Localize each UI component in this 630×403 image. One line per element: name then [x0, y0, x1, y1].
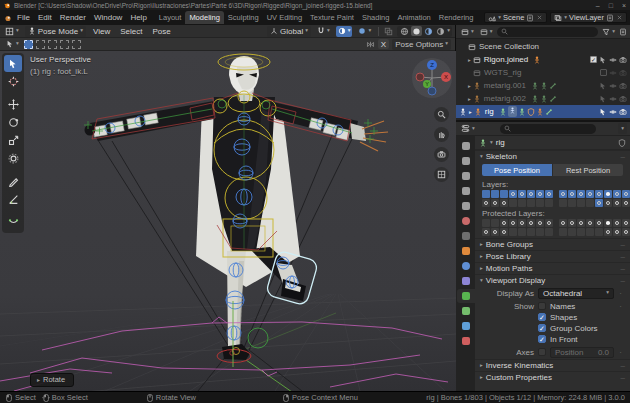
protected-layer-toggle[interactable]: [518, 228, 526, 236]
selectable-icon[interactable]: [599, 95, 607, 103]
perspective-toggle-button[interactable]: [434, 167, 449, 182]
keyframe-decorator[interactable]: ·: [618, 302, 623, 311]
select-box-tool-button[interactable]: [4, 55, 22, 72]
protected-layer-toggle[interactable]: [491, 219, 499, 227]
outliner-display-mode-dropdown[interactable]: ▾: [459, 26, 476, 37]
disclosure-triangle-icon[interactable]: ▸: [468, 96, 471, 102]
shading-rendered-button[interactable]: [435, 26, 446, 36]
properties-tab[interactable]: [457, 229, 475, 243]
protected-layer-toggle[interactable]: [536, 219, 544, 227]
disclosure-triangle-icon[interactable]: ▸: [468, 83, 471, 89]
axis-z-negative[interactable]: [428, 87, 436, 95]
protected-layer-toggle[interactable]: [500, 219, 508, 227]
selectable-icon[interactable]: [599, 82, 607, 90]
panel-header-motion-paths[interactable]: ▸ Motion Paths –: [475, 262, 630, 274]
checkbox[interactable]: ✓: [538, 335, 546, 343]
armature-layer-toggle[interactable]: [500, 199, 508, 207]
protected-layer-toggle[interactable]: [622, 219, 630, 227]
outliner-filter-button[interactable]: ▾: [600, 26, 617, 37]
render-camera-icon[interactable]: [619, 56, 627, 64]
properties-tab[interactable]: [457, 319, 475, 333]
3d-cursor-tool-button[interactable]: [4, 73, 22, 90]
workspace-tab[interactable]: Animation: [393, 11, 434, 24]
protected-layer-toggle[interactable]: [509, 228, 517, 236]
maximize-button[interactable]: □: [609, 2, 613, 9]
armature-layer-toggle[interactable]: [613, 190, 621, 198]
rest-position-button[interactable]: Rest Position: [552, 164, 623, 176]
keyframe-decorator[interactable]: ·: [618, 289, 623, 298]
panel-header-pose-library[interactable]: ▸ Pose Library –: [475, 250, 630, 262]
move-tool-button[interactable]: [4, 96, 22, 113]
properties-tab[interactable]: [457, 139, 475, 153]
armature-layer-toggle[interactable]: [586, 190, 594, 198]
protected-layer-toggle[interactable]: [482, 228, 490, 236]
workspace-tab[interactable]: UV Editing: [263, 11, 306, 24]
shading-solid-button[interactable]: [411, 26, 422, 36]
armature-layer-toggle[interactable]: [559, 199, 567, 207]
select-mode-extend-button[interactable]: [36, 40, 45, 49]
armature-layer-toggle[interactable]: [536, 199, 544, 207]
protected-layer-toggle[interactable]: [613, 228, 621, 236]
armature-layer-toggle[interactable]: [604, 190, 612, 198]
view-menu[interactable]: View: [90, 27, 113, 36]
hide-eye-icon[interactable]: [609, 108, 617, 116]
armature-layer-toggle[interactable]: [568, 199, 576, 207]
pan-button[interactable]: [434, 127, 449, 142]
select-mode-invert-button[interactable]: [60, 40, 69, 49]
protected-layer-toggle[interactable]: [559, 219, 567, 227]
armature-layer-toggle[interactable]: [527, 199, 535, 207]
close-button[interactable]: ×: [622, 2, 626, 9]
protected-layer-toggle[interactable]: [595, 228, 603, 236]
axes-position-slider[interactable]: Position 0.0: [550, 347, 614, 358]
annotate-tool-button[interactable]: [4, 173, 22, 190]
scale-tool-button[interactable]: [4, 132, 22, 149]
transform-tool-button[interactable]: [4, 150, 22, 167]
protected-layer-toggle[interactable]: [500, 228, 508, 236]
properties-tab[interactable]: [457, 304, 475, 318]
armature-layer-toggle[interactable]: [559, 190, 567, 198]
camera-view-button[interactable]: [434, 147, 449, 162]
properties-tab[interactable]: [457, 199, 475, 213]
show-option[interactable]: ✓ Group Colors: [538, 324, 614, 333]
navigation-gizmo[interactable]: Z X Y: [411, 57, 453, 99]
workspace-tab[interactable]: Sculpting: [224, 11, 263, 24]
protected-layer-toggle[interactable]: [586, 219, 594, 227]
new-viewlayer-icon[interactable]: [606, 14, 614, 22]
panel-header-skeleton[interactable]: ▾ Skeleton –: [475, 150, 630, 162]
axis-x-negative[interactable]: [416, 73, 424, 81]
armature-layer-toggle[interactable]: [545, 190, 553, 198]
armature-layer-toggle[interactable]: [518, 190, 526, 198]
scene-selector[interactable]: ▾ Scene: [484, 12, 547, 23]
remove-viewlayer-icon[interactable]: [616, 14, 623, 21]
panel-header-bone-groups[interactable]: ▸ Bone Groups –: [475, 238, 630, 250]
pose-position-button[interactable]: Pose Position: [482, 164, 552, 176]
properties-search-input[interactable]: [500, 124, 596, 134]
armature-layer-toggle[interactable]: [536, 190, 544, 198]
measure-tool-button[interactable]: [4, 191, 22, 208]
datablock-name[interactable]: rig: [496, 138, 505, 147]
viewport-scene[interactable]: [0, 51, 456, 391]
properties-tab[interactable]: [457, 184, 475, 198]
protected-layer-toggle[interactable]: [536, 228, 544, 236]
show-option[interactable]: ✓ Shapes: [538, 313, 614, 322]
properties-tab[interactable]: [457, 334, 475, 348]
outliner-scope-dropdown[interactable]: ▾: [478, 26, 495, 37]
menu-item[interactable]: Edit: [34, 12, 56, 23]
xray-toggle-icon[interactable]: [384, 27, 393, 36]
fake-user-shield-icon[interactable]: [618, 139, 626, 147]
protected-layer-toggle[interactable]: [595, 219, 603, 227]
armature-layer-toggle[interactable]: [595, 190, 603, 198]
properties-tab[interactable]: [457, 154, 475, 168]
protected-layer-toggle[interactable]: [527, 228, 535, 236]
armature-layer-toggle[interactable]: [604, 199, 612, 207]
shading-wireframe-button[interactable]: [399, 26, 410, 36]
render-camera-icon[interactable]: [619, 95, 627, 103]
pose-menu[interactable]: Pose: [149, 27, 173, 36]
protected-layer-toggle[interactable]: [559, 228, 567, 236]
display-as-dropdown[interactable]: Octahedral ▾: [538, 288, 614, 299]
protected-layer-toggle[interactable]: [586, 228, 594, 236]
select-mode-intersect-button[interactable]: [72, 40, 81, 49]
workspace-tab[interactable]: Shading: [358, 11, 394, 24]
armature-layer-toggle[interactable]: [482, 199, 490, 207]
outliner-row-wgts-rig[interactable]: WGTS_rig: [456, 66, 630, 79]
